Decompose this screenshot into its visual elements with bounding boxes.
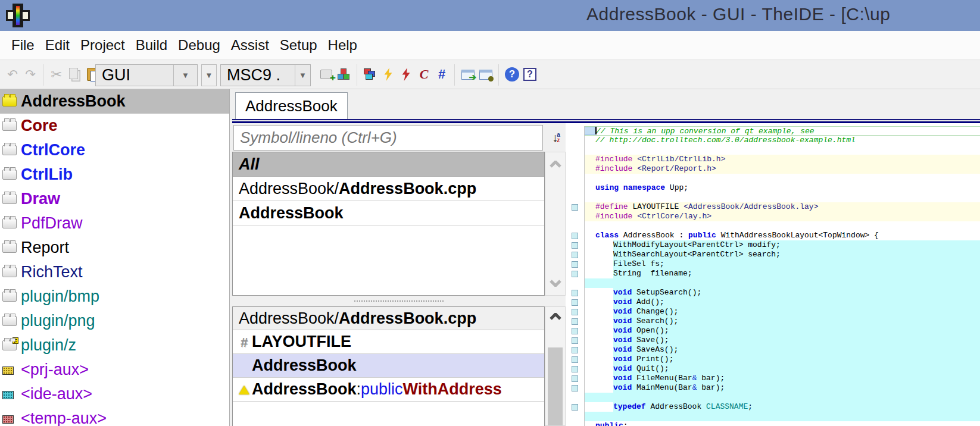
code-line[interactable]: void Quit(); bbox=[566, 364, 980, 374]
main-config-select[interactable]: GUI ▼ bbox=[95, 64, 198, 86]
code-line[interactable]: using namespace Upp; bbox=[566, 183, 980, 193]
scroll-down-icon[interactable] bbox=[550, 280, 561, 287]
editor-gutter[interactable] bbox=[566, 374, 585, 383]
code-line[interactable]: // http://doc.trolltech.com/3.0/addressb… bbox=[566, 136, 980, 145]
designer-icon[interactable] bbox=[363, 65, 378, 83]
editor-gutter[interactable] bbox=[566, 393, 585, 402]
code-line[interactable]: String filename; bbox=[566, 269, 980, 278]
cut-icon[interactable]: ✂ bbox=[49, 65, 64, 83]
config-dropdown-button[interactable]: ▼ bbox=[201, 64, 217, 86]
scroll-up-icon[interactable] bbox=[550, 161, 561, 168]
build-method-select[interactable]: MSC9 . ▼ bbox=[220, 64, 311, 86]
chevron-down-icon[interactable]: ▼ bbox=[173, 65, 197, 86]
scroll-up-icon[interactable] bbox=[550, 313, 561, 320]
code-line[interactable]: void Search(); bbox=[566, 317, 980, 326]
editor-gutter[interactable] bbox=[566, 183, 585, 193]
editor-gutter[interactable] bbox=[566, 126, 585, 136]
code-line[interactable]: void Print(); bbox=[566, 355, 980, 364]
editor-gutter[interactable] bbox=[566, 221, 585, 231]
sidebar-item--lt-temp-aux-gt-[interactable]: <temp-aux> bbox=[0, 406, 229, 426]
editor-gutter[interactable] bbox=[566, 402, 585, 412]
editor-gutter[interactable] bbox=[566, 383, 585, 393]
code-line[interactable]: WithSearchLayout<ParentCtrl> search; bbox=[566, 250, 980, 259]
sidebar-item-ctrllib[interactable]: CtrlLib bbox=[0, 162, 229, 187]
editor-gutter[interactable] bbox=[566, 240, 585, 250]
sidebar-item-richtext[interactable]: RichText bbox=[0, 260, 229, 284]
sidebar-item-ctrlcore[interactable]: CtrlCore bbox=[0, 138, 229, 162]
editor-gutter[interactable] bbox=[566, 307, 585, 317]
sidebar-item-addressbook[interactable]: AddressBook bbox=[0, 89, 229, 114]
editor-gutter[interactable] bbox=[566, 278, 585, 288]
sidebar-item-report[interactable]: Report bbox=[0, 236, 229, 260]
editor-gutter[interactable] bbox=[566, 155, 585, 164]
editor-gutter[interactable] bbox=[566, 174, 585, 183]
context-help-icon[interactable]: ? bbox=[522, 65, 538, 83]
code-line[interactable]: void FileMenu(Bar& bar); bbox=[566, 374, 980, 383]
run-icon[interactable] bbox=[460, 65, 476, 83]
sidebar-item-plugin-z[interactable]: F plugin/z bbox=[0, 333, 229, 358]
code-line[interactable]: void Save(); bbox=[566, 336, 980, 345]
code-line[interactable]: public: bbox=[566, 421, 980, 426]
list-item[interactable]: AddressBook bbox=[233, 201, 544, 225]
sidebar-item--lt-prj-aux-gt-[interactable]: <prj-aux> bbox=[0, 358, 229, 382]
code-line[interactable]: void Add(); bbox=[566, 297, 980, 307]
editor-gutter[interactable] bbox=[566, 355, 585, 364]
sidebar-item-draw[interactable]: Draw bbox=[0, 187, 229, 211]
preprocess-icon[interactable]: C bbox=[416, 65, 432, 83]
list-item[interactable]: AddressBook/AddressBook.cpp bbox=[233, 177, 544, 201]
code-line[interactable]: class AddressBook : public WithAddressBo… bbox=[566, 231, 980, 240]
build-icon[interactable] bbox=[380, 65, 396, 83]
sidebar-item-pdfdraw[interactable]: PdfDraw bbox=[0, 211, 229, 236]
code-line[interactable] bbox=[566, 193, 980, 202]
rebuild-icon[interactable] bbox=[398, 65, 414, 83]
code-line[interactable]: #include <Report/Report.h> bbox=[566, 164, 980, 174]
package-organizer-icon[interactable] bbox=[336, 65, 352, 83]
code-line[interactable]: // This is an upp conversion of qt examp… bbox=[566, 126, 980, 136]
editor-gutter[interactable] bbox=[566, 288, 585, 297]
help-icon[interactable]: ? bbox=[504, 65, 520, 83]
code-line[interactable] bbox=[566, 221, 980, 231]
editor-gutter[interactable] bbox=[566, 231, 585, 240]
sidebar-item--lt-ide-aux-gt-[interactable]: <ide-aux> bbox=[0, 382, 229, 406]
editor-gutter[interactable] bbox=[566, 136, 585, 145]
sidebar-item-plugin-png[interactable]: plugin/png bbox=[0, 309, 229, 333]
scope-list-scrollbar[interactable] bbox=[545, 152, 566, 296]
editor-gutter[interactable] bbox=[566, 345, 585, 355]
menu-debug[interactable]: Debug bbox=[173, 37, 226, 54]
add-package-icon[interactable] bbox=[319, 65, 334, 83]
menu-assist[interactable]: Assist bbox=[226, 37, 274, 54]
code-line[interactable]: void SaveAs(); bbox=[566, 345, 980, 355]
editor-gutter[interactable] bbox=[566, 259, 585, 269]
editor-gutter[interactable] bbox=[566, 421, 585, 426]
menu-help[interactable]: Help bbox=[323, 37, 363, 54]
chevron-down-icon[interactable]: ▼ bbox=[295, 65, 310, 86]
editor-gutter[interactable] bbox=[566, 269, 585, 278]
code-line[interactable]: #include <CtrlLib/CtrlLib.h> bbox=[566, 155, 980, 164]
editor-gutter[interactable] bbox=[566, 336, 585, 345]
code-line[interactable]: void Change(); bbox=[566, 307, 980, 317]
code-line[interactable]: #include <CtrlCore/lay.h> bbox=[566, 212, 980, 221]
menu-edit[interactable]: Edit bbox=[40, 37, 75, 54]
code-line[interactable] bbox=[566, 174, 980, 183]
file-tab-addressbook-cpp[interactable]: AddressBook bbox=[235, 92, 348, 119]
list-item[interactable]: AddressBook : public WithAddress bbox=[233, 378, 544, 402]
code-line[interactable]: FileSel fs; bbox=[566, 259, 980, 269]
menu-setup[interactable]: Setup bbox=[274, 37, 323, 54]
editor-gutter[interactable] bbox=[566, 297, 585, 307]
debug-icon[interactable] bbox=[478, 65, 494, 83]
code-line[interactable]: WithModifyLayout<ParentCtrl> modify; bbox=[566, 240, 980, 250]
copy-icon[interactable] bbox=[67, 65, 82, 83]
menu-file[interactable]: File bbox=[6, 37, 40, 54]
editor-gutter[interactable] bbox=[566, 412, 585, 421]
editor-gutter[interactable] bbox=[566, 202, 585, 212]
list-item[interactable]: #LAYOUTFILE bbox=[233, 330, 544, 354]
code-line[interactable] bbox=[566, 393, 980, 402]
redo-icon[interactable]: ↷ bbox=[23, 65, 38, 83]
editor-gutter[interactable] bbox=[566, 193, 585, 202]
sort-az-button[interactable]: ↓ az bbox=[548, 129, 564, 146]
editor-gutter[interactable] bbox=[566, 364, 585, 374]
undo-icon[interactable]: ↶ bbox=[5, 65, 20, 83]
editor-gutter[interactable] bbox=[566, 212, 585, 221]
menu-build[interactable]: Build bbox=[130, 37, 173, 54]
assembly-icon[interactable]: # bbox=[434, 65, 450, 83]
